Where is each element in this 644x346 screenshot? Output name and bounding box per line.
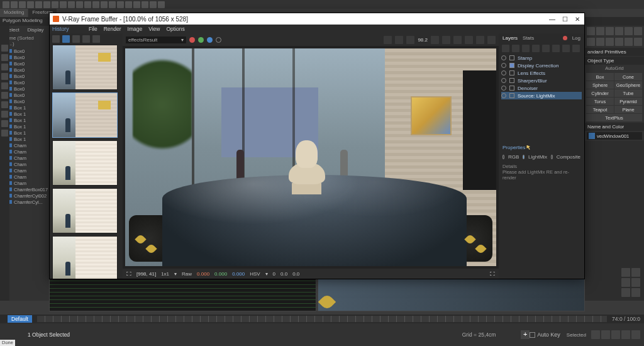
alpha-channel-toggle[interactable] (216, 37, 221, 43)
aspect-icon[interactable] (384, 36, 392, 44)
tb-icon[interactable] (125, 1, 132, 8)
space-warps-icon[interactable] (634, 38, 642, 46)
primitive-plane[interactable]: Plane (614, 106, 642, 113)
history-save-icon[interactable] (62, 35, 70, 43)
layer-enable-check[interactable] (509, 55, 514, 60)
zoom-icon[interactable] (621, 268, 630, 277)
vt-icon[interactable] (1, 64, 8, 70)
layer-visibility-icon[interactable] (501, 93, 506, 98)
region-render-icon[interactable] (453, 36, 462, 44)
menu-options[interactable]: Options (164, 26, 187, 32)
vt-icon[interactable] (1, 101, 8, 108)
display-btn[interactable]: Display (27, 27, 43, 33)
tb-icon[interactable] (92, 1, 99, 8)
add-layer-icon[interactable] (502, 45, 509, 52)
layer-visibility-icon[interactable] (501, 70, 506, 75)
primitive-geosphere[interactable]: GeoSphere (614, 81, 642, 89)
layer-enable-check[interactable] (509, 70, 514, 75)
tb-icon[interactable] (142, 1, 148, 8)
history-thumb[interactable] (52, 140, 118, 186)
redo-icon[interactable] (542, 45, 550, 52)
menu-file[interactable]: File (86, 26, 100, 32)
layer-row[interactable]: Display Correction (501, 62, 582, 69)
tb-icon[interactable] (158, 1, 165, 8)
primitive-cylinder[interactable]: Cylinder (586, 89, 614, 97)
maximize-button[interactable]: ☐ (561, 16, 569, 23)
tab-layers[interactable]: Layers (502, 35, 518, 41)
rollout-header[interactable]: andard Primitives (585, 48, 644, 56)
layer-visibility-icon[interactable] (501, 63, 506, 68)
create-tab-icon[interactable] (587, 27, 595, 35)
history-thumb[interactable] (52, 236, 118, 279)
vt-icon[interactable] (1, 130, 8, 137)
channel-dropdown[interactable]: effectsResult▾ (126, 36, 186, 43)
pan-icon[interactable] (621, 278, 630, 287)
tb-icon[interactable] (3, 1, 9, 8)
properties-header[interactable]: Properties (502, 145, 580, 150)
color-swatch[interactable] (589, 133, 595, 139)
goto-end-icon[interactable] (631, 330, 640, 339)
layer-row[interactable]: Sharpen/Blur (501, 77, 582, 84)
layer-enable-check[interactable] (509, 78, 514, 83)
red-channel-toggle[interactable] (189, 37, 195, 43)
bookmark-default[interactable]: Default (8, 315, 32, 323)
undo-icon[interactable] (532, 45, 540, 52)
tb-icon[interactable] (35, 1, 42, 8)
history-button[interactable]: History (52, 26, 85, 32)
stop-icon[interactable] (476, 36, 484, 44)
vt-icon[interactable] (1, 45, 8, 52)
helpers-icon[interactable] (625, 38, 633, 46)
layer-row[interactable]: Denoiser (501, 84, 582, 92)
layer-visibility-icon[interactable] (501, 55, 506, 60)
primitive-textplus[interactable]: TextPlus (586, 114, 642, 121)
tb-icon[interactable] (68, 1, 75, 8)
list-icon[interactable] (562, 45, 570, 52)
history-thumb[interactable] (52, 92, 118, 138)
value-mode[interactable]: Raw (182, 271, 192, 277)
save-icon[interactable] (522, 45, 530, 52)
primitive-pyramid[interactable]: Pyramid (614, 98, 642, 105)
details-header[interactable]: Details (502, 164, 580, 169)
lights-icon[interactable] (606, 38, 614, 46)
chevron-down-icon[interactable] (431, 36, 439, 44)
vt-icon[interactable] (1, 54, 8, 61)
history-thumb[interactable] (52, 188, 118, 233)
render-last-icon[interactable] (442, 36, 450, 44)
tb-icon[interactable] (150, 1, 157, 8)
primitive-tube[interactable]: Tube (614, 89, 642, 97)
radio-rgb[interactable] (502, 155, 504, 159)
pan-icon[interactable] (406, 36, 414, 44)
history-delete-icon[interactable] (82, 35, 90, 43)
utilities-tab-icon[interactable] (634, 27, 642, 35)
menu-icon[interactable] (572, 45, 580, 52)
primitive-sphere[interactable]: Sphere (586, 81, 614, 89)
blue-channel-toggle[interactable] (207, 37, 213, 43)
autogrid-check[interactable]: AutoGrid (585, 65, 644, 72)
reset-icon[interactable] (552, 45, 560, 52)
tb-icon[interactable] (19, 1, 26, 8)
refresh-icon[interactable] (465, 36, 473, 44)
orbit-icon[interactable] (631, 278, 640, 287)
tb-icon[interactable] (52, 1, 58, 8)
tb-icon[interactable] (43, 1, 50, 8)
hierarchy-tab-icon[interactable] (606, 27, 614, 35)
play-icon[interactable] (611, 330, 620, 339)
vt-icon[interactable] (1, 73, 8, 80)
add-time-tag[interactable]: + (521, 330, 530, 339)
tb-icon[interactable] (60, 1, 67, 8)
tb-icon[interactable] (117, 1, 124, 8)
maximize-icon[interactable] (631, 288, 640, 297)
tab-stats[interactable]: Stats (523, 35, 534, 41)
layer-visibility-icon[interactable] (501, 78, 506, 83)
viewport-shaded[interactable] (318, 277, 585, 311)
close-button[interactable]: ✕ (574, 16, 581, 23)
key-filter-label[interactable]: Selected (567, 332, 586, 338)
geometry-icon[interactable] (587, 38, 595, 46)
vt-icon[interactable] (1, 92, 8, 99)
viewport-wireframe[interactable] (49, 277, 316, 311)
layer-row[interactable]: Stamp (501, 54, 582, 62)
vt-icon[interactable] (1, 120, 8, 127)
auto-key-check[interactable] (530, 332, 535, 338)
history-settings-icon[interactable] (52, 35, 60, 43)
vfb-titlebar[interactable]: V-Ray Frame Buffer - [100.0% of 1056 x 5… (50, 13, 584, 25)
